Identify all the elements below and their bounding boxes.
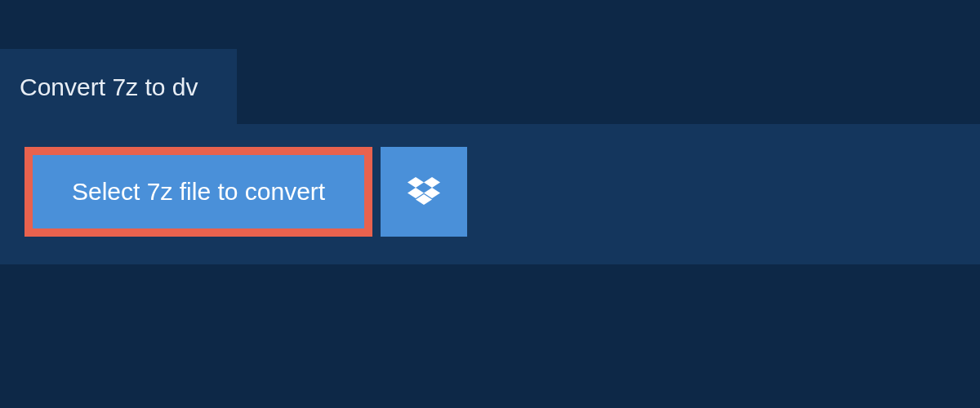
dropbox-button[interactable] [381,147,467,237]
select-file-label: Select 7z file to convert [72,178,325,206]
conversion-tab[interactable]: Convert 7z to dv [0,49,237,124]
dropbox-icon [408,177,440,206]
button-row: Select 7z file to convert [24,147,956,237]
select-file-button[interactable]: Select 7z file to convert [24,147,372,237]
tab-label: Convert 7z to dv [20,73,198,100]
conversion-panel: Select 7z file to convert [0,124,980,264]
